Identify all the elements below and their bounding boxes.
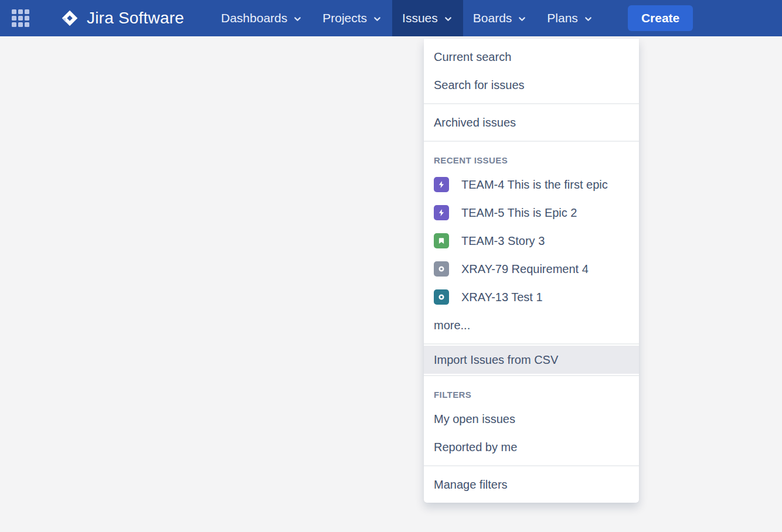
nav-item-plans[interactable]: Plans — [537, 0, 603, 36]
issues-dropdown-menu: Current search Search for issues Archive… — [424, 39, 639, 503]
menu-item-manage-filters[interactable]: Manage filters — [424, 470, 639, 499]
nav-item-dashboards[interactable]: Dashboards — [211, 0, 312, 36]
menu-item-import-issues-from-csv[interactable]: Import Issues from CSV — [424, 346, 639, 374]
jira-logo-icon — [60, 8, 80, 28]
nav-item-label: Projects — [322, 11, 367, 25]
menu-item-more[interactable]: more... — [424, 311, 639, 339]
recent-issue-xray-79[interactable]: XRAY-79 Requirement 4 — [424, 255, 639, 283]
menu-group-recent-issues: RECENT ISSUES TEAM-4 This is the first e… — [424, 141, 639, 343]
issue-label: XRAY-13 Test 1 — [461, 291, 543, 304]
chevron-down-icon — [293, 14, 302, 24]
menu-group-import: Import Issues from CSV — [424, 343, 639, 375]
chevron-down-icon — [372, 14, 382, 24]
menu-group-manage-filters: Manage filters — [424, 465, 639, 503]
chevron-down-icon — [443, 14, 453, 24]
story-icon — [434, 233, 449, 248]
primary-nav: Dashboards Projects Issues Boards Plans — [211, 0, 603, 36]
issue-label: XRAY-79 Requirement 4 — [461, 262, 589, 276]
create-button[interactable]: Create — [628, 5, 693, 31]
menu-item-current-search[interactable]: Current search — [424, 43, 639, 71]
top-navbar: Jira Software Dashboards Projects Issues… — [0, 0, 782, 36]
menu-group-search: Current search Search for issues — [424, 39, 639, 103]
recent-issues-section-header: RECENT ISSUES — [424, 146, 639, 170]
filters-section-header: FILTERS — [424, 380, 639, 405]
issue-label: TEAM-4 This is the first epic — [461, 178, 608, 192]
recent-issue-team-5[interactable]: TEAM-5 This is Epic 2 — [424, 199, 639, 227]
test-icon — [434, 289, 449, 305]
chevron-down-icon — [583, 14, 593, 24]
nav-item-label: Plans — [547, 11, 578, 25]
menu-item-search-for-issues[interactable]: Search for issues — [424, 71, 639, 99]
menu-item-archived-issues[interactable]: Archived issues — [424, 108, 639, 137]
menu-item-my-open-issues[interactable]: My open issues — [424, 405, 639, 433]
menu-group-filters: FILTERS My open issues Reported by me — [424, 375, 639, 465]
nav-item-boards[interactable]: Boards — [463, 0, 538, 36]
recent-issue-team-4[interactable]: TEAM-4 This is the first epic — [424, 170, 639, 199]
requirement-icon — [434, 261, 449, 277]
recent-issue-team-3[interactable]: TEAM-3 Story 3 — [424, 227, 639, 255]
issue-label: TEAM-5 This is Epic 2 — [461, 206, 577, 220]
nav-item-label: Dashboards — [221, 11, 287, 25]
jira-logo[interactable]: Jira Software — [60, 8, 184, 28]
recent-issue-xray-13[interactable]: XRAY-13 Test 1 — [424, 283, 639, 311]
epic-icon — [434, 205, 449, 220]
nav-item-projects[interactable]: Projects — [312, 0, 392, 36]
nav-item-issues[interactable]: Issues — [392, 0, 463, 36]
epic-icon — [434, 177, 449, 192]
app-switcher-grid-icon[interactable] — [12, 9, 29, 27]
issue-label: TEAM-3 Story 3 — [461, 234, 545, 248]
app-title: Jira Software — [87, 9, 184, 28]
menu-group-archived: Archived issues — [424, 103, 639, 141]
nav-item-label: Boards — [473, 11, 512, 25]
menu-item-reported-by-me[interactable]: Reported by me — [424, 433, 639, 461]
nav-item-label: Issues — [402, 11, 438, 25]
chevron-down-icon — [517, 14, 527, 24]
